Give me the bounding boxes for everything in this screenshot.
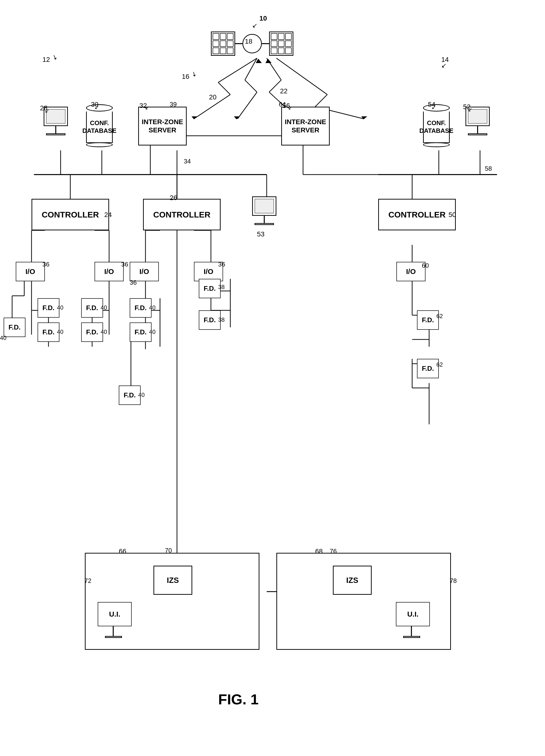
enclosure-68: IZS U.I. <box>276 553 451 650</box>
controller-24: CONTROLLER <box>32 199 109 230</box>
ref39-label: 39 <box>170 101 177 108</box>
ref34-label: 34 <box>184 158 191 165</box>
ref60-label: 60 <box>422 262 429 269</box>
svg-line-1 <box>218 82 230 95</box>
diagram: 10 ↙ 18 16 ↘ 12 ↘ 14 ↙ 20 22 <box>0 0 545 756</box>
izs-68: IZS <box>333 566 372 595</box>
ref24-label: 24 <box>104 211 112 219</box>
svg-line-4 <box>245 80 257 92</box>
fd-24-ll: F.D. <box>4 318 25 337</box>
io-24-right: I/O <box>95 262 124 281</box>
ref50-label: 50 <box>449 211 456 219</box>
ref76-label: 76 <box>330 547 337 555</box>
svg-line-0 <box>218 58 257 82</box>
io-24-left: I/O <box>16 262 45 281</box>
io-26-left: I/O <box>130 262 159 281</box>
svg-line-3 <box>245 58 257 80</box>
svg-line-5 <box>238 92 257 119</box>
ref58-label: 58 <box>485 165 492 172</box>
ref78-label: 78 <box>450 577 457 585</box>
svg-marker-74 <box>265 59 272 63</box>
ref38-fd-26-rm1: 38 <box>218 284 225 290</box>
database-30: CONF.DATABASE <box>86 104 113 147</box>
ref20-label: 20 <box>209 93 216 101</box>
fd-50-1: F.D. <box>417 310 439 330</box>
ref40-fd-24-ll: 40 <box>0 335 7 341</box>
ref64-label: 64 <box>279 101 286 108</box>
ref68-label: 68 <box>315 547 323 555</box>
ref36-io-26-right: 36 <box>218 261 225 268</box>
interzone-server-56: INTER-ZONESERVER <box>281 107 330 145</box>
conf-database-54-label: CONF.DATABASE <box>419 119 454 134</box>
ref22-label: 22 <box>280 87 288 95</box>
ref70-label: 70 <box>165 547 172 554</box>
ref62-fd-50-2: 62 <box>436 361 443 368</box>
ref18-label: 18 <box>245 38 252 45</box>
fd-24-lm2: F.D. <box>38 322 59 342</box>
ref40-fd-26-lm3: 40 <box>138 392 145 398</box>
ref40-fd-24-lm1: 40 <box>57 304 64 311</box>
ui-66: U.I. <box>98 602 132 626</box>
ref62-fd-50-1: 62 <box>436 313 443 320</box>
ref53-label: 53 <box>257 230 264 238</box>
ref72-label: 72 <box>84 577 91 585</box>
svg-marker-72 <box>361 116 367 119</box>
io-50: I/O <box>396 262 425 281</box>
ref36-io-24-right: 36 <box>121 261 128 268</box>
ref10-label: 10 <box>259 15 267 22</box>
ref40-fd-26-lm1: 40 <box>149 304 156 311</box>
ref40-fd-26-lm2: 40 <box>149 329 156 335</box>
ref36-io-24-left: 36 <box>42 261 49 268</box>
ref40-fd-24-lm2: 40 <box>57 329 64 335</box>
ui-68: U.I. <box>396 602 430 626</box>
fd-26-rm2: F.D. <box>199 310 221 330</box>
fd-24-rm2: F.D. <box>81 322 103 342</box>
svg-line-7 <box>269 80 281 92</box>
controller-50: CONTROLLER <box>378 199 456 230</box>
fd-26-rm1: F.D. <box>199 279 221 298</box>
svg-line-6 <box>267 58 281 80</box>
fig-label: FIG. 1 <box>218 691 259 708</box>
svg-marker-70 <box>192 116 198 119</box>
controller-26: CONTROLLER <box>143 199 221 230</box>
ref12-label: 12 <box>42 56 50 64</box>
svg-marker-73 <box>256 59 262 63</box>
computer-53 <box>252 196 276 225</box>
izs-66: IZS <box>153 566 192 595</box>
fd-26-lm2: F.D. <box>130 322 152 342</box>
enclosure-66: IZS U.I. <box>85 553 259 650</box>
connection-lines <box>0 0 545 756</box>
ref38-fd-26-rm2: 38 <box>218 316 225 323</box>
conf-database-30-label: CONF.DATABASE <box>82 119 117 134</box>
database-54: CONF.DATABASE <box>423 104 450 147</box>
fd-26-lm1: F.D. <box>130 298 152 318</box>
svg-marker-69 <box>234 116 240 119</box>
ref36-io-26-left: 36 <box>130 279 137 286</box>
ref40-fd-24-rm2: 40 <box>101 329 107 335</box>
fd-50-2: F.D. <box>417 359 439 378</box>
fd-26-lm3: F.D. <box>119 386 141 405</box>
svg-line-10 <box>315 95 327 107</box>
fd-24-lm1: F.D. <box>38 298 59 318</box>
ref26-label: 26 <box>170 194 177 202</box>
ref10-arrow: ↙ <box>252 22 257 29</box>
fd-24-rm1: F.D. <box>81 298 103 318</box>
ref40-fd-24-rm1: 40 <box>101 304 107 311</box>
ref66-label: 66 <box>119 547 126 555</box>
interzone-server-32: INTER-ZONESERVER <box>138 107 187 145</box>
ref16-label: 16 <box>182 73 189 80</box>
